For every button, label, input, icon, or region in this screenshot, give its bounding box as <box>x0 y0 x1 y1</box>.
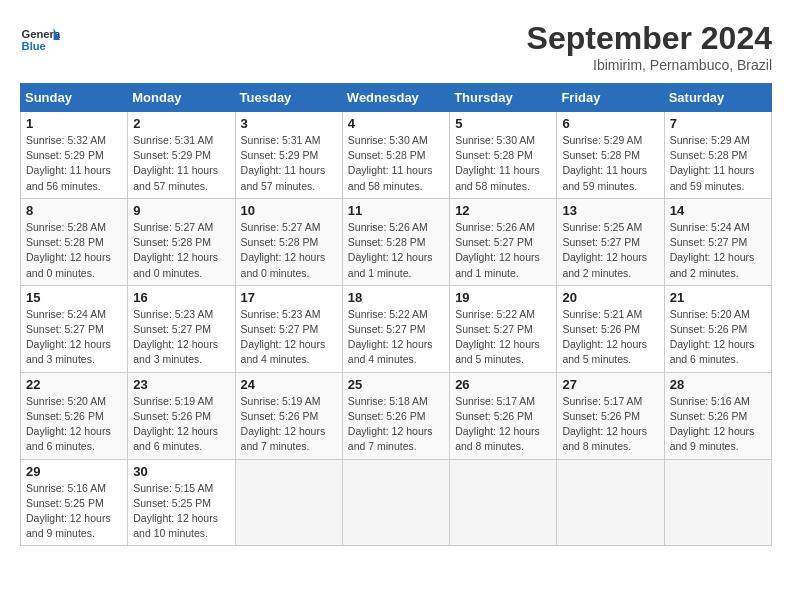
page-header: General Blue September 2024 Ibimirim, Pe… <box>20 20 772 73</box>
day-info: Sunrise: 5:30 AMSunset: 5:28 PMDaylight:… <box>348 133 444 194</box>
calendar-body: 1Sunrise: 5:32 AMSunset: 5:29 PMDaylight… <box>21 112 772 546</box>
calendar-header-row: Sunday Monday Tuesday Wednesday Thursday… <box>21 84 772 112</box>
day-info: Sunrise: 5:18 AMSunset: 5:26 PMDaylight:… <box>348 394 444 455</box>
table-row: 19Sunrise: 5:22 AMSunset: 5:27 PMDayligh… <box>450 285 557 372</box>
col-monday: Monday <box>128 84 235 112</box>
table-row: 3Sunrise: 5:31 AMSunset: 5:29 PMDaylight… <box>235 112 342 199</box>
day-number: 7 <box>670 116 766 131</box>
day-number: 10 <box>241 203 337 218</box>
day-number: 2 <box>133 116 229 131</box>
table-row <box>450 459 557 546</box>
col-sunday: Sunday <box>21 84 128 112</box>
table-row: 10Sunrise: 5:27 AMSunset: 5:28 PMDayligh… <box>235 198 342 285</box>
day-number: 4 <box>348 116 444 131</box>
table-row: 22Sunrise: 5:20 AMSunset: 5:26 PMDayligh… <box>21 372 128 459</box>
day-info: Sunrise: 5:32 AMSunset: 5:29 PMDaylight:… <box>26 133 122 194</box>
col-tuesday: Tuesday <box>235 84 342 112</box>
day-info: Sunrise: 5:28 AMSunset: 5:28 PMDaylight:… <box>26 220 122 281</box>
day-number: 27 <box>562 377 658 392</box>
day-number: 3 <box>241 116 337 131</box>
day-info: Sunrise: 5:23 AMSunset: 5:27 PMDaylight:… <box>133 307 229 368</box>
table-row: 26Sunrise: 5:17 AMSunset: 5:26 PMDayligh… <box>450 372 557 459</box>
day-info: Sunrise: 5:29 AMSunset: 5:28 PMDaylight:… <box>670 133 766 194</box>
day-number: 13 <box>562 203 658 218</box>
day-info: Sunrise: 5:21 AMSunset: 5:26 PMDaylight:… <box>562 307 658 368</box>
table-row: 24Sunrise: 5:19 AMSunset: 5:26 PMDayligh… <box>235 372 342 459</box>
day-info: Sunrise: 5:31 AMSunset: 5:29 PMDaylight:… <box>133 133 229 194</box>
table-row: 30Sunrise: 5:15 AMSunset: 5:25 PMDayligh… <box>128 459 235 546</box>
table-row: 20Sunrise: 5:21 AMSunset: 5:26 PMDayligh… <box>557 285 664 372</box>
day-number: 8 <box>26 203 122 218</box>
day-number: 28 <box>670 377 766 392</box>
day-info: Sunrise: 5:26 AMSunset: 5:27 PMDaylight:… <box>455 220 551 281</box>
table-row: 12Sunrise: 5:26 AMSunset: 5:27 PMDayligh… <box>450 198 557 285</box>
table-row: 23Sunrise: 5:19 AMSunset: 5:26 PMDayligh… <box>128 372 235 459</box>
day-info: Sunrise: 5:16 AMSunset: 5:25 PMDaylight:… <box>26 481 122 542</box>
day-info: Sunrise: 5:20 AMSunset: 5:26 PMDaylight:… <box>26 394 122 455</box>
table-row: 9Sunrise: 5:27 AMSunset: 5:28 PMDaylight… <box>128 198 235 285</box>
day-number: 18 <box>348 290 444 305</box>
table-row: 17Sunrise: 5:23 AMSunset: 5:27 PMDayligh… <box>235 285 342 372</box>
svg-text:Blue: Blue <box>22 40 46 52</box>
day-number: 20 <box>562 290 658 305</box>
table-row: 13Sunrise: 5:25 AMSunset: 5:27 PMDayligh… <box>557 198 664 285</box>
calendar-table: Sunday Monday Tuesday Wednesday Thursday… <box>20 83 772 546</box>
table-row <box>342 459 449 546</box>
col-wednesday: Wednesday <box>342 84 449 112</box>
day-info: Sunrise: 5:23 AMSunset: 5:27 PMDaylight:… <box>241 307 337 368</box>
day-info: Sunrise: 5:22 AMSunset: 5:27 PMDaylight:… <box>348 307 444 368</box>
day-info: Sunrise: 5:19 AMSunset: 5:26 PMDaylight:… <box>241 394 337 455</box>
table-row: 1Sunrise: 5:32 AMSunset: 5:29 PMDaylight… <box>21 112 128 199</box>
month-title: September 2024 <box>527 20 772 57</box>
day-number: 12 <box>455 203 551 218</box>
day-number: 6 <box>562 116 658 131</box>
day-info: Sunrise: 5:19 AMSunset: 5:26 PMDaylight:… <box>133 394 229 455</box>
day-info: Sunrise: 5:20 AMSunset: 5:26 PMDaylight:… <box>670 307 766 368</box>
title-area: September 2024 Ibimirim, Pernambuco, Bra… <box>527 20 772 73</box>
day-number: 24 <box>241 377 337 392</box>
table-row: 15Sunrise: 5:24 AMSunset: 5:27 PMDayligh… <box>21 285 128 372</box>
day-number: 25 <box>348 377 444 392</box>
day-info: Sunrise: 5:17 AMSunset: 5:26 PMDaylight:… <box>455 394 551 455</box>
day-info: Sunrise: 5:15 AMSunset: 5:25 PMDaylight:… <box>133 481 229 542</box>
table-row: 16Sunrise: 5:23 AMSunset: 5:27 PMDayligh… <box>128 285 235 372</box>
table-row: 27Sunrise: 5:17 AMSunset: 5:26 PMDayligh… <box>557 372 664 459</box>
table-row: 2Sunrise: 5:31 AMSunset: 5:29 PMDaylight… <box>128 112 235 199</box>
logo-icon: General Blue <box>20 20 60 60</box>
day-number: 26 <box>455 377 551 392</box>
day-number: 17 <box>241 290 337 305</box>
day-number: 21 <box>670 290 766 305</box>
day-info: Sunrise: 5:24 AMSunset: 5:27 PMDaylight:… <box>26 307 122 368</box>
day-number: 29 <box>26 464 122 479</box>
table-row: 28Sunrise: 5:16 AMSunset: 5:26 PMDayligh… <box>664 372 771 459</box>
day-number: 23 <box>133 377 229 392</box>
day-number: 1 <box>26 116 122 131</box>
table-row <box>664 459 771 546</box>
table-row <box>235 459 342 546</box>
day-number: 22 <box>26 377 122 392</box>
calendar-week-row: 15Sunrise: 5:24 AMSunset: 5:27 PMDayligh… <box>21 285 772 372</box>
day-number: 15 <box>26 290 122 305</box>
table-row: 7Sunrise: 5:29 AMSunset: 5:28 PMDaylight… <box>664 112 771 199</box>
day-number: 9 <box>133 203 229 218</box>
calendar-week-row: 29Sunrise: 5:16 AMSunset: 5:25 PMDayligh… <box>21 459 772 546</box>
table-row: 5Sunrise: 5:30 AMSunset: 5:28 PMDaylight… <box>450 112 557 199</box>
day-info: Sunrise: 5:17 AMSunset: 5:26 PMDaylight:… <box>562 394 658 455</box>
day-number: 11 <box>348 203 444 218</box>
table-row: 14Sunrise: 5:24 AMSunset: 5:27 PMDayligh… <box>664 198 771 285</box>
col-thursday: Thursday <box>450 84 557 112</box>
table-row: 18Sunrise: 5:22 AMSunset: 5:27 PMDayligh… <box>342 285 449 372</box>
day-info: Sunrise: 5:16 AMSunset: 5:26 PMDaylight:… <box>670 394 766 455</box>
day-number: 30 <box>133 464 229 479</box>
table-row: 11Sunrise: 5:26 AMSunset: 5:28 PMDayligh… <box>342 198 449 285</box>
location-subtitle: Ibimirim, Pernambuco, Brazil <box>527 57 772 73</box>
table-row: 21Sunrise: 5:20 AMSunset: 5:26 PMDayligh… <box>664 285 771 372</box>
col-friday: Friday <box>557 84 664 112</box>
day-number: 19 <box>455 290 551 305</box>
day-info: Sunrise: 5:31 AMSunset: 5:29 PMDaylight:… <box>241 133 337 194</box>
col-saturday: Saturday <box>664 84 771 112</box>
table-row: 4Sunrise: 5:30 AMSunset: 5:28 PMDaylight… <box>342 112 449 199</box>
table-row: 29Sunrise: 5:16 AMSunset: 5:25 PMDayligh… <box>21 459 128 546</box>
day-number: 16 <box>133 290 229 305</box>
day-info: Sunrise: 5:27 AMSunset: 5:28 PMDaylight:… <box>241 220 337 281</box>
